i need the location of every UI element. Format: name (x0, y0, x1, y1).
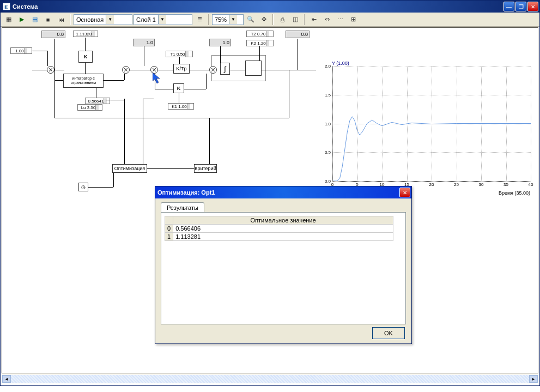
restore-button[interactable]: ❐ (515, 2, 526, 11)
tool-rewind-icon[interactable]: ⏮ (55, 14, 67, 26)
tool-run-icon[interactable]: ▶ (16, 14, 28, 26)
param-lu[interactable]: Lu 3.50 (77, 104, 102, 111)
layer-combo-2-value: Слой 1 (136, 16, 156, 23)
column-header-optimal[interactable]: Оптимальное значение (173, 216, 393, 225)
table-row[interactable]: 1 1.113281 (165, 233, 393, 241)
ok-button[interactable]: OK (372, 327, 405, 339)
sum-node-1[interactable] (47, 66, 54, 74)
display-4: 0.0 (286, 31, 310, 38)
param-gain[interactable]: 1.11328 (73, 31, 98, 37)
print-icon[interactable]: ⎙ (276, 14, 288, 26)
align-grid-icon[interactable]: ⊞ (347, 14, 359, 26)
layer-combo-1[interactable]: Основная ▼ (74, 14, 132, 25)
param-k1[interactable]: K1 1.00 (168, 103, 194, 110)
zoom-combo[interactable]: 75% ▼ (212, 14, 244, 25)
row-index: 1 (165, 233, 173, 241)
minimize-button[interactable]: — (503, 2, 514, 11)
app-icon: ◧ (3, 3, 10, 10)
sum-node-4[interactable] (209, 66, 217, 74)
time-plot[interactable]: Y (1.00) 0.00.51.01.52.00510152025303540… (321, 61, 533, 196)
transfer-block[interactable]: K/Tp (173, 64, 190, 74)
window-icon[interactable]: ◫ (289, 14, 301, 26)
scroll-left-icon[interactable]: ◄ (2, 375, 11, 383)
sum-node-3[interactable] (150, 66, 158, 74)
align-left-icon[interactable]: ⇤ (308, 14, 320, 26)
tab-results[interactable]: Результаты (161, 202, 204, 213)
display-1: 0.0 (41, 31, 65, 38)
clock-block[interactable]: ◷ (78, 183, 88, 191)
pan-icon[interactable]: ✥ (258, 14, 270, 26)
gain-feedback-block[interactable]: K (173, 83, 184, 93)
display-3: 1.0 (209, 39, 231, 46)
dialog-titlebar[interactable]: Оптимизация: Opt1 ✕ (155, 186, 411, 198)
gain-block[interactable]: K (78, 51, 93, 63)
align-distribute-icon[interactable]: ⋯ (334, 14, 346, 26)
chevron-down-icon: ▼ (158, 15, 166, 24)
cursor-icon (153, 73, 162, 85)
row-value: 1.113281 (173, 233, 393, 241)
param-k2[interactable]: K2 1.20 (246, 40, 274, 46)
param-t2[interactable]: T2 0.70 (246, 31, 274, 37)
zoom-in-icon[interactable]: 🔍 (245, 14, 257, 26)
param-output[interactable]: 0.56641 (85, 98, 110, 104)
display-2: 1.0 (133, 39, 155, 46)
row-value: 0.566406 (173, 225, 393, 233)
zoom-value: 75% (215, 16, 227, 23)
window-title: Система (13, 3, 503, 10)
dialog-title: Оптимизация: Opt1 (157, 189, 399, 196)
integrator-block[interactable]: интегратор с ограничением (63, 74, 104, 88)
svg-marker-0 (153, 73, 160, 83)
plot-area: 0.00.51.01.52.00510152025303540 (332, 66, 531, 182)
tool-grid-icon[interactable]: ▤ (29, 14, 41, 26)
const-input[interactable]: 1.00 (10, 47, 32, 54)
param-t1[interactable]: T1 0.50 (166, 51, 193, 57)
layer-combo-1-value: Основная (76, 16, 104, 23)
sum-node-2[interactable] (122, 66, 130, 74)
optimization-dialog[interactable]: Оптимизация: Opt1 ✕ Результаты Оптимальн… (155, 186, 412, 344)
subsystem-frame (211, 55, 266, 81)
results-table[interactable]: Оптимальное значение 0 0.566406 1 1.1132… (165, 216, 393, 241)
align-center-icon[interactable]: ⇔ (321, 14, 333, 26)
tool-stop-icon[interactable]: ■ (42, 14, 54, 26)
dialog-close-button[interactable]: ✕ (399, 188, 410, 197)
plot-title: Y (1.00) (332, 61, 349, 66)
criterion-block[interactable]: Критерий (194, 164, 217, 173)
scroll-right-icon[interactable]: ► (529, 375, 538, 383)
row-index: 0 (165, 225, 173, 233)
results-panel: Оптимальное значение 0 0.566406 1 1.1132… (161, 212, 406, 324)
close-button[interactable]: ✕ (527, 2, 538, 11)
scroll-track[interactable] (11, 375, 529, 383)
layer-combo-2[interactable]: Слой 1 ▼ (134, 14, 192, 25)
main-titlebar[interactable]: ◧ Система — ❐ ✕ (1, 1, 539, 13)
chevron-down-icon: ▼ (229, 15, 237, 24)
optimization-block[interactable]: Оптимизация (112, 164, 147, 173)
plot-xlabel: Время (35.00) (499, 190, 530, 196)
tool-layers-icon[interactable]: ≣ (193, 14, 205, 26)
main-toolbar: ▦ ▶ ▤ ■ ⏮ Основная ▼ Слой 1 ▼ ≣ 75% ▼ 🔍 … (1, 13, 539, 27)
chevron-down-icon: ▼ (106, 15, 114, 24)
horizontal-scrollbar[interactable]: ◄ ► (2, 375, 538, 383)
table-corner (165, 216, 173, 225)
table-row[interactable]: 0 0.566406 (165, 225, 393, 233)
tool-new-icon[interactable]: ▦ (3, 14, 15, 26)
